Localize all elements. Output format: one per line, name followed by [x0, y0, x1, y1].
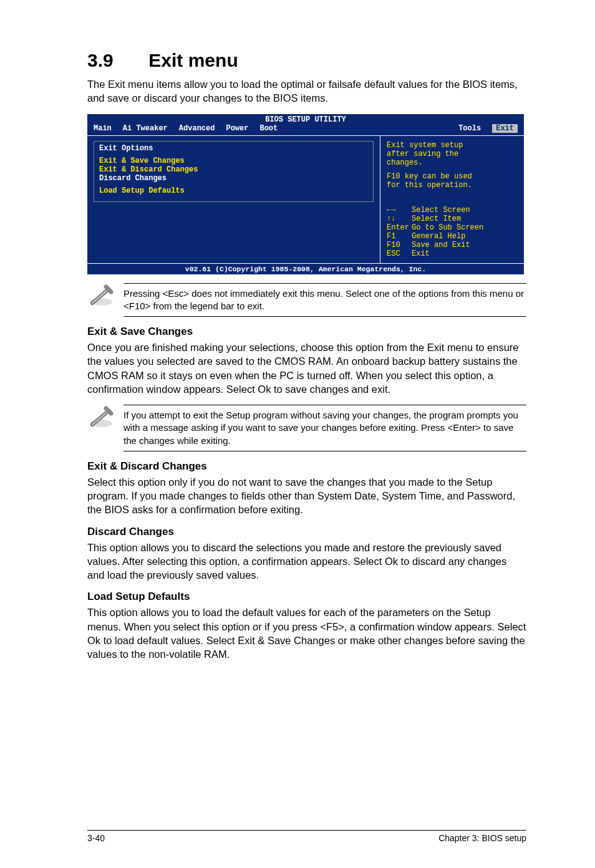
note-2-text: If you attempt to exit the Setup program… [123, 405, 526, 451]
heading-load-defaults: Load Setup Defaults [87, 591, 526, 603]
para-discard: This option allows you to discard the se… [87, 541, 526, 582]
note-icon [87, 283, 115, 309]
arrows-lr-icon [387, 206, 412, 215]
bios-key-esc-label: Exit [412, 249, 430, 258]
note-1: Pressing <Esc> does not immediately exit… [87, 283, 526, 317]
bios-title: BIOS SETUP UTILITY [87, 114, 524, 124]
bios-tab-advanced: Advanced [179, 124, 215, 133]
bios-key-f1: F1 [387, 232, 412, 241]
intro-paragraph: The Exit menu items allow you to load th… [87, 77, 526, 105]
bios-menubar: Main Ai Tweaker Advanced Power Boot Tool… [87, 124, 524, 135]
heading-discard: Discard Changes [87, 526, 526, 538]
page-number: 3-40 [87, 833, 105, 843]
bios-key-enter-label: Go to Sub Screen [412, 223, 483, 232]
bios-tab-boot: Boot [259, 124, 278, 133]
bios-item-exit-save: Exit & Save Changes [99, 157, 368, 165]
chapter-label: Chapter 3: BIOS setup [438, 833, 526, 843]
bios-help-text: Exit system setup after saving the chang… [387, 141, 518, 190]
bios-key-f1-label: General Help [412, 232, 465, 241]
bios-item-load-defaults: Load Setup Defaults [99, 186, 368, 195]
heading-exit-discard: Exit & Discard Changes [87, 460, 526, 473]
note-icon [87, 405, 115, 431]
section-number: 3.9 [87, 50, 143, 71]
bios-tab-power: Power [226, 124, 248, 133]
bios-key-select-screen: Select Screen [412, 206, 470, 215]
bios-help-l3: changes. [387, 158, 518, 167]
note-2: If you attempt to exit the Setup program… [87, 405, 526, 451]
para-exit-save: Once you are finished making your select… [87, 340, 526, 396]
bios-screenshot: BIOS SETUP UTILITY Main Ai Tweaker Advan… [87, 114, 524, 274]
bios-key-f10-label: Save and Exit [412, 241, 470, 249]
bios-key-legend: Select Screen Select Item EnterGo to Sub… [387, 206, 518, 258]
bios-tab-exit: Exit [492, 124, 518, 133]
bios-help-l1: Exit system setup [387, 141, 518, 150]
bios-help-l4: F10 key can be used [387, 172, 518, 181]
bios-key-enter: Enter [387, 223, 412, 232]
note-1-text: Pressing <Esc> does not immediately exit… [123, 283, 526, 317]
bios-help-l2: after saving the [387, 150, 518, 158]
bios-copyright: v02.61 (C)Copyright 1985-2008, American … [87, 264, 524, 274]
bios-key-f10: F10 [387, 241, 412, 249]
bios-options-heading: Exit Options [99, 144, 368, 153]
bios-help-l5: for this operation. [387, 181, 518, 190]
bios-tab-aitweaker: Ai Tweaker [123, 124, 168, 133]
para-exit-discard: Select this option only if you do not wa… [87, 475, 526, 517]
bios-tab-main: Main [94, 124, 112, 133]
bios-item-exit-discard: Exit & Discard Changes [99, 165, 368, 174]
bios-item-discard: Discard Changes [99, 174, 368, 183]
bios-options-box: Exit Options Exit & Save Changes Exit & … [94, 141, 374, 202]
bios-tab-tools: Tools [458, 124, 481, 133]
arrows-ud-icon [387, 215, 412, 223]
para-load-defaults: This option allows you to load the defau… [87, 605, 526, 661]
section-title: 3.9 Exit menu [87, 50, 526, 71]
page-footer: 3-40 Chapter 3: BIOS setup [87, 830, 526, 843]
heading-exit-save: Exit & Save Changes [87, 326, 526, 338]
section-name: Exit menu [148, 50, 238, 70]
bios-key-esc: ESC [387, 249, 412, 258]
bios-key-select-item: Select Item [412, 215, 461, 223]
